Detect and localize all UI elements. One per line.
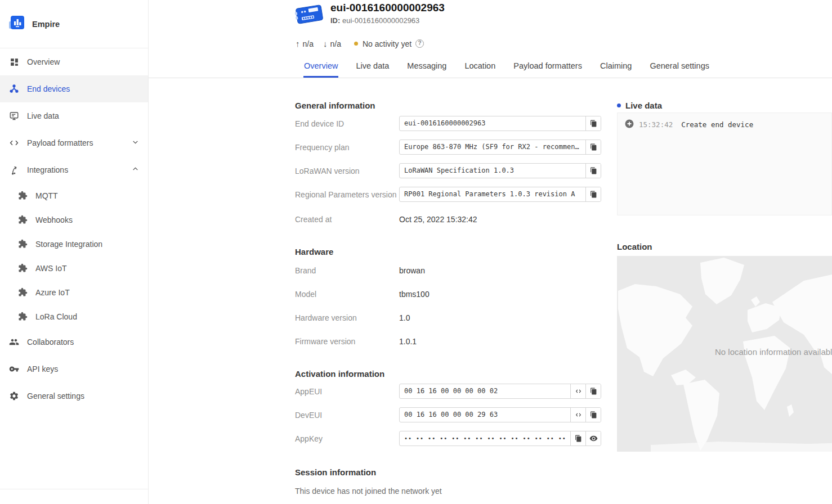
copy-button[interactable] <box>585 408 601 422</box>
sidebar-item-end-devices[interactable]: End devices <box>0 75 148 102</box>
location-map[interactable]: No location information available <box>617 256 832 452</box>
copy-button[interactable] <box>585 140 601 154</box>
event-time: 15:32:42 <box>639 120 673 129</box>
uplink-arrow-icon: ↑ <box>296 39 300 48</box>
sidebar-item-azure-iot[interactable]: Azure IoT <box>0 280 148 304</box>
model-row: Model tbms100 <box>295 289 601 300</box>
field-label: LoRaWAN version <box>295 166 399 176</box>
sidebar-item-collaborators[interactable]: Collaborators <box>0 328 148 356</box>
copy-button[interactable] <box>570 431 585 446</box>
section-heading-hardware: Hardware <box>295 246 601 257</box>
sidebar-item-webhooks[interactable]: Webhooks <box>0 208 148 232</box>
sidebar-item-integrations[interactable]: Integrations <box>0 156 148 183</box>
field-label: End device ID <box>295 119 399 128</box>
reveal-eye-button[interactable] <box>585 431 601 446</box>
device-tabs: Overview Live data Messaging Location Pa… <box>149 61 832 78</box>
overview-content: General information End device ID eui-00… <box>149 83 832 504</box>
tab-claiming[interactable]: Claiming <box>600 61 632 78</box>
sidebar-item-lora-cloud[interactable]: LoRa Cloud <box>0 304 148 328</box>
downlink-stat: ↓ n/a <box>323 39 341 48</box>
byte-format-toggle-button[interactable] <box>570 408 585 422</box>
location-panel-heading: Location <box>617 241 832 252</box>
sidebar-item-storage-integration[interactable]: Storage Integration <box>0 232 148 256</box>
regional-parameters-row: Regional Parameters version RP001 Region… <box>295 187 601 202</box>
lorawan-version-value: LoRaWAN Specification 1.0.3 <box>400 164 585 178</box>
live-status-dot <box>617 104 621 107</box>
sidebar-item-label: AWS IoT <box>35 264 67 273</box>
tab-live-data[interactable]: Live data <box>355 61 390 78</box>
no-location-message: No location information available <box>715 347 832 357</box>
hardware-version-value: 1.0 <box>399 312 410 323</box>
device-info-column: General information End device ID eui-00… <box>295 83 601 497</box>
sidebar-footer <box>0 489 148 504</box>
tab-messaging[interactable]: Messaging <box>406 61 447 78</box>
sidebar-item-label: MQTT <box>35 191 58 200</box>
sidebar-item-payload-formatters[interactable]: Payload formatters <box>0 129 148 156</box>
overview-grid-icon <box>9 57 19 67</box>
app-eui-field: 00 16 16 00 00 00 00 02 <box>399 384 601 399</box>
sidebar-nav: Overview End devices Live data Payload f… <box>0 48 148 410</box>
sidebar-item-overview[interactable]: Overview <box>0 48 148 75</box>
app-logo-icon <box>8 15 25 33</box>
tab-location[interactable]: Location <box>464 61 496 78</box>
app-key-hidden-value: •• •• •• •• •• •• •• •• •• •• •• •• •• •… <box>400 431 570 446</box>
app-logo-row[interactable]: Empire <box>0 0 148 48</box>
tab-overview[interactable]: Overview <box>303 61 338 78</box>
brand-row: Brand browan <box>295 265 601 276</box>
puzzle-icon <box>17 215 28 225</box>
uplink-stat: ↑ n/a <box>296 39 314 48</box>
copy-button[interactable] <box>585 187 601 201</box>
sidebar-item-label: Azure IoT <box>35 288 70 297</box>
sidebar-item-label: End devices <box>27 84 70 93</box>
section-heading-session-information: Session information <box>295 467 601 478</box>
create-event-plus-icon <box>625 119 634 130</box>
puzzle-icon <box>17 239 28 249</box>
end-devices-icon <box>9 84 19 94</box>
code-icon <box>9 138 19 148</box>
sidebar-item-live-data[interactable]: Live data <box>0 102 148 129</box>
firmware-version-value: 1.0.1 <box>399 336 417 347</box>
device-id-value: eui-0016160000002963 <box>342 16 419 25</box>
field-label: Firmware version <box>295 336 399 347</box>
dev-eui-field: 00 16 16 00 00 00 29 63 <box>399 407 601 422</box>
sidebar-item-label: Storage Integration <box>35 240 102 249</box>
live-event-row[interactable]: 15:32:42 Create end device <box>625 119 824 130</box>
device-title-block: eui-0016160000002963 ID: eui-00161600000… <box>330 1 445 25</box>
sidebar-item-general-settings[interactable]: General settings <box>0 382 148 410</box>
sidebar-item-label: Payload formatters <box>27 138 93 147</box>
field-label: Hardware version <box>295 312 399 323</box>
live-data-heading-label: Live data <box>625 100 662 111</box>
regional-parameters-value: RP001 Regional Parameters 1.0.3 revision… <box>400 187 585 201</box>
page-title: eui-0016160000002963 <box>330 2 445 14</box>
brand-value: browan <box>399 265 425 276</box>
sidebar-item-mqtt[interactable]: MQTT <box>0 183 148 208</box>
field-label: Regional Parameters version <box>295 190 399 199</box>
tab-payload-formatters[interactable]: Payload formatters <box>513 61 583 78</box>
integrations-icon <box>9 165 19 175</box>
tab-general-settings[interactable]: General settings <box>649 61 710 78</box>
app-eui-row: AppEUI 00 16 16 00 00 00 00 02 <box>295 384 601 399</box>
sidebar-item-label: API keys <box>27 364 58 374</box>
device-header: eui-0016160000002963 ID: eui-00161600000… <box>149 0 832 29</box>
live-data-icon <box>9 111 19 121</box>
device-id-label: ID: <box>330 16 340 25</box>
frequency-plan-field: Europe 863-870 MHz (SF9 for RX2 - recomm… <box>399 140 601 155</box>
gear-icon <box>9 391 19 401</box>
live-data-panel[interactable]: 15:32:42 Create end device <box>617 112 832 215</box>
app-window: Empire Overview End devices Live data <box>0 0 832 504</box>
frequency-plan-value: Europe 863-870 MHz (SF9 for RX2 - recomm… <box>400 140 585 154</box>
byte-format-toggle-button[interactable] <box>570 384 585 398</box>
copy-button[interactable] <box>585 384 601 398</box>
key-icon <box>9 364 19 374</box>
session-status-message: This device has not joined the network y… <box>295 485 601 497</box>
created-at-value: Oct 25, 2022 15:32:42 <box>399 214 477 225</box>
dev-eui-value: 00 16 16 00 00 00 29 63 <box>400 408 570 422</box>
sidebar-item-label: Integrations <box>27 165 68 174</box>
sidebar-item-aws-iot[interactable]: AWS IoT <box>0 256 148 280</box>
copy-button[interactable] <box>585 116 601 130</box>
sidebar-item-api-keys[interactable]: API keys <box>0 356 148 382</box>
copy-button[interactable] <box>585 164 601 178</box>
help-question-icon[interactable]: ? <box>415 39 424 48</box>
activity-status-text: No activity yet <box>363 39 411 48</box>
chevron-up-icon <box>132 165 139 174</box>
